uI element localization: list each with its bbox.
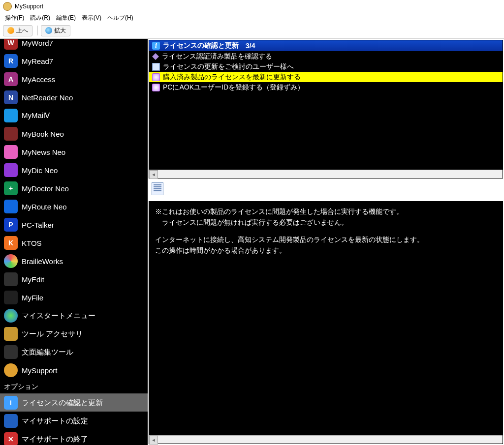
zoom-button[interactable]: 拡大 [41,25,70,36]
product-icon [4,291,18,304]
menu-help[interactable]: ヘルプ(H) [104,13,136,23]
sidebar-item-label: ライセンスの確認と更新 [22,398,103,408]
sidebar[interactable]: W MyWord7R MyRead7A MyAccessN NetReader … [0,39,148,445]
sidebar-section-options: オプション [0,380,148,394]
desc-line-3: インターネットに接続し、高知システム開発製品のライセンスを最新の状態にします。 [155,235,497,245]
product-icon [4,327,18,341]
sidebar-item-label: PC-Talker [22,221,54,229]
sidebar-item-label: MyRead7 [22,57,53,65]
sidebar-item-label: MyNews Neo [22,148,65,156]
zoom-label: 拡大 [54,27,66,35]
sidebar-item-label: マイスタートメニュー [22,311,95,321]
menu-view[interactable]: 表示(V) [79,13,104,23]
sidebar-option[interactable]: i ライセンスの確認と更新 [0,394,148,412]
sidebar-option[interactable]: ✕ マイサポートの終了 [0,430,148,445]
task-pane: i ライセンスの確認と更新 3/4 ライセンス認証済み製品を確認する ライセンス… [149,40,503,178]
description-pane: ※これはお使いの製品のライセンスに問題が発生した場合に実行する機能です。 ライセ… [149,201,503,444]
description-text: ※これはお使いの製品のライセンスに問題が発生した場合に実行する機能です。 ライセ… [149,202,503,435]
app-icon [3,2,12,11]
sidebar-item-label: MyDoctor Neo [22,184,69,193]
sidebar-item-myread7[interactable]: R MyRead7 [0,52,148,70]
product-icon [4,127,18,141]
sidebar-item-myaccess[interactable]: A MyAccess [0,70,148,89]
sidebar-item-label: NetReader Neo [22,93,73,102]
product-icon [4,345,18,359]
product-icon [4,309,18,323]
sidebar-item-mymail[interactable]: MyMailⅤ [0,107,148,125]
task-counter: 3/4 [246,42,255,50]
sidebar-item-mysupport[interactable]: MySupport [0,361,148,380]
scroll-left-icon[interactable]: ◄ [149,436,158,445]
sidebar-item-[interactable]: 文面編集ツール [0,343,148,361]
product-icon [4,363,18,377]
sidebar-item-mybookneo[interactable]: MyBook Neo [0,125,148,143]
task-item[interactable]: ライセンスの更新をご検討のユーザー様へ [149,61,503,72]
task-item[interactable]: PCにAOKユーザーIDを登録する（登録ずみ） [149,82,503,92]
sidebar-item-[interactable]: マイスタートメニュー [0,307,148,325]
sidebar-item-label: マイサポートの終了 [22,435,88,444]
up-label: 上へ [16,27,28,35]
gear-icon [152,73,160,81]
product-icon: A [4,72,18,86]
product-icon: P [4,218,18,232]
toolbar-separator [37,26,38,35]
product-icon [4,272,18,286]
sidebar-item-label: マイサポートの設定 [22,416,88,426]
titlebar: MySupport [0,0,504,13]
menu-operate[interactable]: 操作(F) [2,13,27,23]
sidebar-item-label: 文面編集ツール [22,348,73,357]
desc-line-1: ※これはお使いの製品のライセンスに問題が発生した場合に実行する機能です。 [155,207,497,217]
description-toolbar [149,180,503,201]
toolbar: 上へ 拡大 [0,23,504,39]
sidebar-option[interactable]: マイサポートの設定 [0,412,148,430]
product-icon: + [4,181,18,195]
task-item[interactable]: 購入済み製品のライセンスを最新に更新する [149,72,503,82]
document-icon [152,182,163,195]
option-icon: ✕ [4,432,18,445]
up-button[interactable]: 上へ [3,25,32,36]
sidebar-item-myfile[interactable]: MyFile [0,289,148,307]
diamond-icon [152,53,159,60]
desc-line-4: この操作は時間がかかる場合があります。 [155,245,497,256]
sidebar-item-label: KTOS [22,239,42,247]
sidebar-item-brailleworks[interactable]: BrailleWorks [0,252,148,270]
horizontal-scrollbar[interactable]: ◄ [149,170,503,178]
info-icon: i [152,42,160,50]
sidebar-item-label: MyMailⅤ [22,111,50,120]
task-pane-header: i ライセンスの確認と更新 3/4 [149,40,503,51]
product-icon [4,163,18,177]
menu-read[interactable]: 読み(R) [27,13,53,23]
task-list[interactable]: ライセンス認証済み製品を確認する ライセンスの更新をご検討のユーザー様へ 購入済… [149,51,503,170]
sidebar-item-label: MyAccess [22,75,55,84]
sidebar-item-label: MyBook Neo [22,130,64,138]
scroll-left-icon[interactable]: ◄ [149,170,158,179]
right-area: i ライセンスの確認と更新 3/4 ライセンス認証済み製品を確認する ライセンス… [148,39,504,445]
sidebar-item-ktos[interactable]: K KTOS [0,234,148,252]
sidebar-item-myrouteneo[interactable]: MyRoute Neo [0,198,148,216]
sidebar-item-mynewsneo[interactable]: MyNews Neo [0,143,148,161]
sidebar-item-mydoctorneo[interactable]: + MyDoctor Neo [0,179,148,198]
menu-edit[interactable]: 編集(E) [53,13,79,23]
sidebar-item-pctalker[interactable]: P PC-Talker [0,216,148,234]
up-arrow-icon [7,27,14,34]
body: W MyWord7R MyRead7A MyAccessN NetReader … [0,39,504,445]
sidebar-item-netreaderneo[interactable]: N NetReader Neo [0,89,148,107]
sidebar-item-label: MyDic Neo [22,166,58,175]
product-icon: N [4,90,18,104]
task-label: ライセンス認証済み製品を確認する [162,52,272,61]
product-icon [4,200,18,213]
sidebar-item-label: MyEdit [22,275,44,284]
task-item[interactable]: ライセンス認証済み製品を確認する [149,51,503,61]
product-icon: R [4,54,18,68]
task-label: ライセンスの更新をご検討のユーザー様へ [163,62,294,71]
option-icon: i [4,396,18,410]
sidebar-item-myedit[interactable]: MyEdit [0,270,148,289]
product-icon [4,109,18,122]
task-pane-title: ライセンスの確認と更新 [163,41,239,50]
option-icon [4,414,18,428]
sidebar-item-myword7[interactable]: W MyWord7 [0,39,148,52]
description-scrollbar[interactable]: ◄ [149,435,503,444]
sidebar-item-[interactable]: ツール アクセサリ [0,325,148,343]
sidebar-item-mydicneo[interactable]: MyDic Neo [0,161,148,179]
sidebar-item-label: ツール アクセサリ [22,329,83,339]
